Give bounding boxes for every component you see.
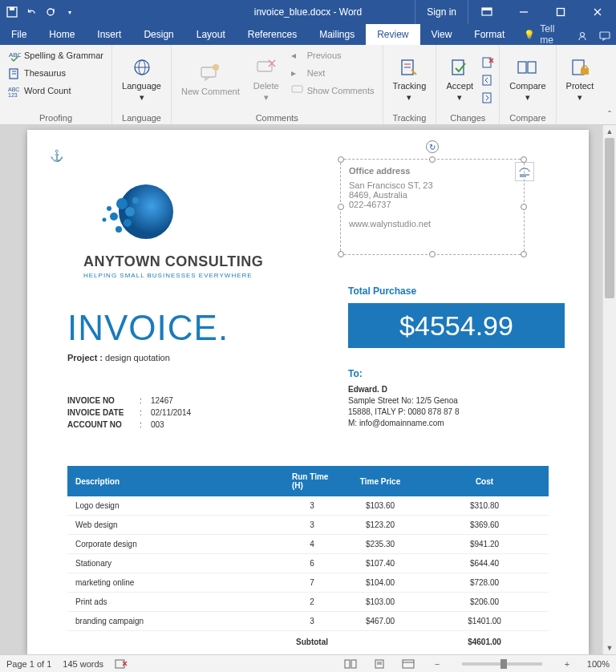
table-row: Print ads2$103.00$206.00 bbox=[67, 593, 549, 612]
ribbon-group-changes: Accept▾ Changes bbox=[436, 45, 500, 124]
selection-handle[interactable] bbox=[521, 156, 527, 163]
table-header: Run Time (H) bbox=[284, 466, 340, 496]
spellcheck-status-icon[interactable] bbox=[115, 658, 128, 670]
zoom-level[interactable]: 100% bbox=[587, 659, 610, 669]
qat-customize-icon[interactable]: ▾ bbox=[64, 6, 75, 18]
selection-handle[interactable] bbox=[429, 251, 436, 257]
selection-handle[interactable] bbox=[521, 204, 527, 210]
ribbon-group-label: Changes bbox=[441, 111, 494, 123]
collapse-ribbon-icon[interactable]: ˆ bbox=[608, 110, 611, 121]
selection-handle[interactable] bbox=[429, 156, 436, 163]
svg-rect-1 bbox=[10, 7, 14, 10]
svg-rect-25 bbox=[292, 86, 302, 92]
project-line: Project : design quotation bbox=[67, 353, 549, 362]
language-button[interactable]: Language▾ bbox=[117, 48, 166, 111]
thesaurus-button[interactable]: Thesaurus bbox=[5, 66, 107, 82]
zoom-slider[interactable] bbox=[462, 662, 542, 666]
scroll-down-icon[interactable]: ▼ bbox=[603, 642, 616, 654]
ribbon-display-options-icon[interactable] bbox=[468, 0, 505, 24]
svg-rect-54 bbox=[351, 660, 356, 668]
new-comment-button[interactable]: New Comment bbox=[176, 48, 245, 111]
web-layout-icon[interactable] bbox=[399, 657, 417, 671]
page-indicator[interactable]: Page 1 of 1 bbox=[6, 659, 51, 669]
svg-point-43 bbox=[116, 226, 122, 233]
svg-text:ABC: ABC bbox=[9, 51, 21, 59]
tell-me-search[interactable]: 💡Tell me bbox=[516, 24, 570, 45]
anchor-icon: ⚓ bbox=[50, 149, 63, 162]
tab-design[interactable]: Design bbox=[132, 24, 184, 45]
total-purchase-value: $4554.99 bbox=[348, 303, 565, 348]
maximize-button[interactable] bbox=[542, 0, 579, 24]
vertical-scrollbar[interactable]: ▲ ▼ bbox=[602, 125, 616, 654]
invoice-table: DescriptionRun Time (H)Time PriceCost Lo… bbox=[67, 466, 549, 653]
selection-handle[interactable] bbox=[521, 251, 527, 257]
spelling-grammar-button[interactable]: ABCSpelling & Grammar bbox=[5, 48, 107, 64]
minimize-button[interactable] bbox=[505, 0, 542, 24]
next-icon: ▸ bbox=[291, 67, 304, 80]
previous-icon: ◂ bbox=[291, 50, 304, 63]
read-mode-icon[interactable] bbox=[342, 657, 359, 671]
delete-comment-button[interactable]: Delete▾ bbox=[248, 48, 285, 111]
tab-home[interactable]: Home bbox=[38, 24, 86, 45]
tab-insert[interactable]: Insert bbox=[86, 24, 132, 45]
previous-change-icon[interactable] bbox=[481, 74, 494, 87]
quick-access-toolbar: ▾ bbox=[0, 6, 75, 18]
signin-button[interactable]: Sign in bbox=[415, 0, 468, 24]
next-comment-button[interactable]: ▸Next bbox=[288, 66, 378, 82]
accept-button[interactable]: Accept▾ bbox=[441, 48, 478, 111]
zoom-out-button[interactable]: − bbox=[428, 657, 446, 671]
tracking-button[interactable]: Tracking▾ bbox=[388, 48, 432, 111]
reject-icon[interactable] bbox=[481, 56, 494, 69]
show-comments-button[interactable]: Show Comments bbox=[288, 83, 378, 99]
save-icon[interactable] bbox=[6, 6, 18, 18]
tab-format[interactable]: Format bbox=[463, 24, 516, 45]
selection-handle[interactable] bbox=[338, 156, 344, 163]
ribbon-group-label: Language bbox=[117, 111, 166, 123]
zoom-slider-knob[interactable] bbox=[500, 659, 507, 669]
lightbulb-icon: 💡 bbox=[524, 30, 535, 40]
previous-comment-button[interactable]: ◂Previous bbox=[288, 48, 378, 64]
ribbon-group-label: Comments bbox=[176, 111, 378, 123]
tab-mailings[interactable]: Mailings bbox=[308, 24, 366, 45]
word-count-indicator[interactable]: 145 words bbox=[63, 659, 103, 669]
total-purchase-label: Total Purchase bbox=[348, 285, 416, 297]
tab-references[interactable]: References bbox=[237, 24, 308, 45]
selection-handle[interactable] bbox=[338, 251, 344, 257]
tab-view[interactable]: View bbox=[420, 24, 464, 45]
tab-review[interactable]: Review bbox=[366, 24, 419, 45]
scroll-thumb[interactable] bbox=[605, 138, 614, 298]
redo-icon[interactable] bbox=[45, 6, 56, 18]
tell-me-label: Tell me bbox=[540, 23, 562, 46]
ribbon-group-label bbox=[561, 111, 599, 123]
selection-handle[interactable] bbox=[338, 204, 344, 210]
svg-rect-34 bbox=[483, 93, 491, 103]
globe-icon bbox=[130, 57, 154, 81]
ribbon-group-compare: Compare▾ Compare bbox=[500, 45, 556, 124]
subtotal-label: Subtotal bbox=[284, 631, 340, 654]
scroll-up-icon[interactable]: ▲ bbox=[603, 125, 616, 138]
close-button[interactable] bbox=[579, 0, 616, 24]
print-layout-icon[interactable] bbox=[371, 657, 388, 671]
next-change-icon[interactable] bbox=[481, 91, 494, 104]
tracking-icon bbox=[397, 57, 421, 81]
svg-rect-35 bbox=[518, 62, 526, 73]
spelling-check-icon: ABC bbox=[8, 50, 21, 63]
undo-icon[interactable] bbox=[26, 6, 37, 18]
svg-text:123: 123 bbox=[8, 92, 18, 98]
word-count-button[interactable]: ABC123Word Count bbox=[5, 83, 107, 99]
compare-button[interactable]: Compare▾ bbox=[505, 48, 550, 111]
new-comment-icon bbox=[198, 63, 222, 87]
svg-point-46 bbox=[125, 207, 135, 217]
office-address-textbox[interactable]: ↻ Office address San Francisco ST, 23846… bbox=[340, 159, 525, 255]
zoom-in-button[interactable]: + bbox=[558, 657, 576, 671]
page[interactable]: ⚓ ANYTOWN CONSULTING HELPING SMALL BUSIN bbox=[27, 130, 589, 654]
titlebar: ▾ invoice_blue.docx - Word Sign in bbox=[0, 0, 616, 24]
recipient-block: To: Edward. D Sample Street No: 12/5 Gen… bbox=[348, 367, 459, 429]
svg-point-44 bbox=[107, 206, 111, 211]
rotation-handle-icon[interactable]: ↻ bbox=[426, 140, 439, 153]
window-title: invoice_blue.docx - Word bbox=[254, 6, 363, 18]
svg-rect-36 bbox=[528, 62, 536, 73]
protect-button[interactable]: Protect▾ bbox=[561, 48, 599, 111]
tab-layout[interactable]: Layout bbox=[185, 24, 237, 45]
tab-file[interactable]: File bbox=[0, 24, 38, 45]
